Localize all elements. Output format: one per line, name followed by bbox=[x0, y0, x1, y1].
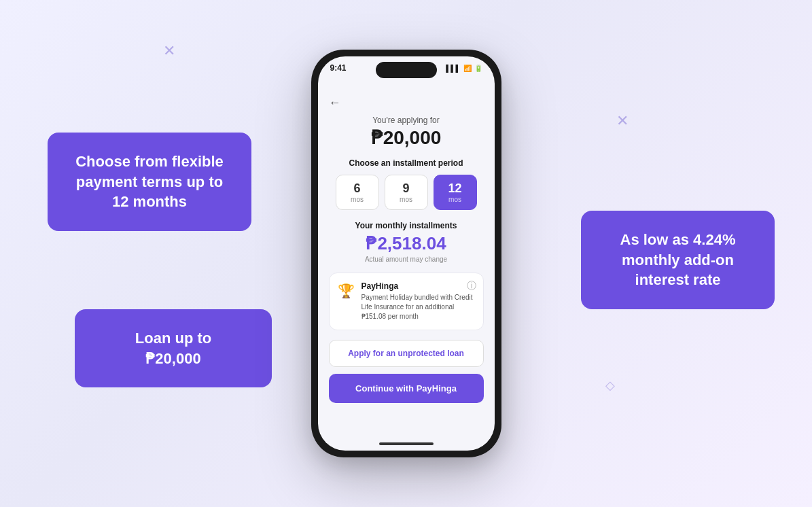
period-6-unit: mos bbox=[351, 196, 364, 203]
payhinga-title: PayHinga bbox=[361, 281, 475, 291]
phone-outer: 9:41 ▌▌▌ 📶 🔋 ← You're applying for ₱20,0… bbox=[311, 50, 501, 457]
payhinga-icon: 🏆 bbox=[338, 283, 355, 299]
battery-icon: 🔋 bbox=[474, 65, 482, 72]
callout-interest-rate-text: As low as 4.24% monthly add-on interest … bbox=[620, 231, 736, 288]
deco-x-top-left: ✕ bbox=[163, 42, 175, 60]
phone-mockup: 9:41 ▌▌▌ 📶 🔋 ← You're applying for ₱20,0… bbox=[311, 50, 501, 457]
callout-loan-amount: Loan up to ₱20,000 bbox=[75, 309, 272, 387]
callout-loan-amount-label: Loan up to bbox=[95, 328, 251, 349]
payhinga-text: PayHinga Payment Holiday bundled with Cr… bbox=[361, 281, 475, 321]
payhinga-description: Payment Holiday bundled with Credit Life… bbox=[361, 293, 475, 321]
payhinga-info-icon[interactable]: ⓘ bbox=[467, 280, 476, 292]
callout-loan-amount-value: ₱20,000 bbox=[95, 349, 251, 369]
callout-interest-rate: As low as 4.24% monthly add-on interest … bbox=[581, 211, 775, 309]
status-icons: ▌▌▌ 📶 🔋 bbox=[446, 65, 482, 72]
deco-diamond-right: ◇ bbox=[605, 378, 615, 393]
applying-label: You're applying for bbox=[372, 116, 440, 125]
period-12-unit: mos bbox=[448, 196, 461, 203]
home-indicator bbox=[379, 442, 434, 445]
phone-screen: 9:41 ▌▌▌ 📶 🔋 ← You're applying for ₱20,0… bbox=[318, 56, 495, 451]
period-9-unit: mos bbox=[400, 196, 412, 203]
period-9-months[interactable]: 9mos bbox=[385, 175, 428, 210]
applying-amount: ₱20,000 bbox=[371, 126, 442, 149]
status-time: 9:41 bbox=[330, 63, 347, 73]
monthly-installments-label: Your monthly installments bbox=[355, 221, 457, 230]
callout-flexible-payments: Choose from flexible payment terms up to… bbox=[48, 133, 251, 231]
deco-x-top-right: ✕ bbox=[616, 112, 629, 130]
wifi-icon: 📶 bbox=[463, 65, 472, 72]
period-buttons: 6mos 9mos 12mos bbox=[336, 175, 477, 210]
installment-period-label: Choose an installment period bbox=[349, 158, 463, 168]
callout-flexible-payments-text: Choose from flexible payment terms up to… bbox=[75, 153, 224, 210]
monthly-installments-note: Actual amount may change bbox=[365, 256, 447, 263]
back-button[interactable]: ← bbox=[329, 96, 341, 110]
apply-unprotected-button[interactable]: Apply for an unprotected loan bbox=[329, 340, 484, 367]
monthly-installments-amount: ₱2,518.04 bbox=[366, 233, 446, 254]
continue-payhinga-button[interactable]: Continue with PayHinga bbox=[329, 374, 484, 403]
payhinga-card[interactable]: 🏆 PayHinga Payment Holiday bundled with … bbox=[329, 273, 484, 330]
dynamic-island bbox=[376, 62, 437, 78]
signal-icon: ▌▌▌ bbox=[446, 65, 460, 72]
period-6-months[interactable]: 6mos bbox=[336, 175, 379, 210]
period-12-months[interactable]: 12mos bbox=[434, 175, 477, 210]
